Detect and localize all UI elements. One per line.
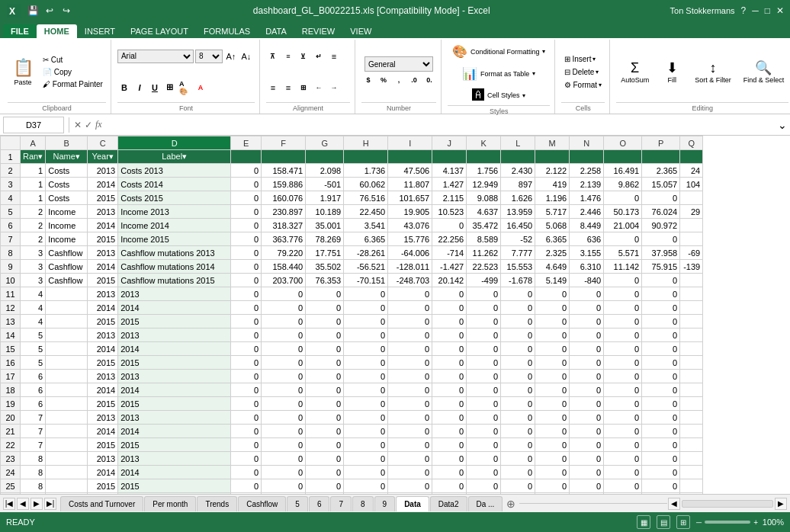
table-cell[interactable]: 0	[604, 287, 642, 301]
table-cell[interactable]: 2014	[118, 425, 231, 438]
table-cell[interactable]: 0	[570, 411, 604, 425]
table-cell[interactable]	[46, 425, 88, 438]
table-cell[interactable]: 6	[21, 383, 46, 397]
table-cell[interactable]: 5.068	[535, 219, 570, 232]
table-cell[interactable]: 0	[467, 466, 501, 479]
table-cell[interactable]: 8.449	[570, 219, 604, 232]
table-cell[interactable]: 2015	[118, 315, 231, 328]
tab-formulas[interactable]: FORMULAS	[196, 24, 258, 38]
table-cell[interactable]: -840	[570, 274, 604, 287]
table-cell[interactable]: 13.959	[501, 205, 535, 219]
table-cell[interactable]: 0	[262, 370, 306, 383]
table-cell[interactable]: 2014	[118, 383, 231, 397]
table-cell[interactable]	[46, 383, 88, 397]
table-cell[interactable]: 0	[231, 191, 262, 205]
table-cell[interactable]: 0	[231, 232, 262, 246]
table-cell[interactable]: 203.700	[262, 274, 306, 287]
table-cell[interactable]: 0	[344, 493, 388, 495]
table-cell[interactable]: 0	[231, 411, 262, 425]
table-cell[interactable]: 0	[344, 383, 388, 397]
table-cell[interactable]: 4.637	[467, 205, 501, 219]
tab-page-layout[interactable]: PAGE LAYOUT	[123, 24, 196, 38]
table-cell[interactable]: 0	[570, 328, 604, 342]
table-cell[interactable]: 158.471	[262, 164, 306, 178]
table-cell[interactable]: 0	[535, 301, 570, 315]
table-cell[interactable]: 0	[642, 411, 680, 425]
table-cell[interactable]: 1.626	[501, 191, 535, 205]
table-cell[interactable]: 0	[432, 370, 467, 383]
table-cell[interactable]: 25	[1, 479, 21, 493]
table-cell[interactable]: 0	[231, 287, 262, 301]
table-cell[interactable]: 2015	[118, 356, 231, 370]
table-cell[interactable]	[46, 438, 88, 452]
sheet-tab-7[interactable]: 7	[330, 496, 352, 511]
table-cell[interactable]: 158.440	[262, 260, 306, 274]
italic-btn[interactable]: I	[133, 81, 146, 95]
table-cell[interactable]: 0	[604, 370, 642, 383]
scroll-right-btn[interactable]: ▶	[775, 498, 787, 510]
table-cell[interactable]	[46, 452, 88, 466]
table-cell[interactable]	[680, 315, 703, 328]
table-cell[interactable]: 0	[535, 452, 570, 466]
table-cell[interactable]: 0	[604, 466, 642, 479]
table-cell[interactable]: 2015	[118, 397, 231, 411]
table-cell[interactable]: 0	[432, 397, 467, 411]
table-cell[interactable]: 0	[262, 356, 306, 370]
table-cell[interactable]: 2014	[88, 178, 118, 191]
grid-wrapper[interactable]: A B C D E F G H I J K L M N O P Q	[0, 136, 790, 494]
col-header-f[interactable]: F	[262, 136, 306, 150]
table-cell[interactable]: 0	[306, 466, 344, 479]
table-cell[interactable]: 6.310	[570, 260, 604, 274]
table-cell[interactable]: 0	[432, 479, 467, 493]
sheet-tab-cashflow[interactable]: Cashflow	[238, 496, 286, 511]
table-cell[interactable]	[46, 411, 88, 425]
table-cell[interactable]	[46, 315, 88, 328]
sheet-tab-5[interactable]: 5	[287, 496, 308, 511]
table-cell[interactable]: Income	[46, 232, 88, 246]
sort-filter-btn[interactable]: ↕ Sort & Filter	[690, 57, 736, 87]
table-cell[interactable]: 0	[306, 301, 344, 315]
table-cell[interactable]: 22.523	[467, 260, 501, 274]
table-cell[interactable]: 2015	[118, 438, 231, 452]
add-sheet-btn[interactable]: ⊕	[503, 496, 519, 511]
table-cell[interactable]: 104	[680, 178, 703, 191]
table-cell[interactable]: 0	[306, 411, 344, 425]
font-color-btn[interactable]: A	[194, 81, 207, 95]
table-cell[interactable]: 22.256	[432, 232, 467, 246]
table-cell[interactable]: 0	[388, 370, 432, 383]
font-name-select[interactable]: Arial	[117, 50, 194, 63]
table-cell[interactable]: 0	[604, 342, 642, 356]
th-e[interactable]	[231, 150, 262, 164]
table-cell[interactable]: 76.353	[306, 274, 344, 287]
table-cell[interactable]: 2.446	[570, 205, 604, 219]
increase-decimal-btn[interactable]: .0	[407, 73, 421, 87]
table-cell[interactable]: 20	[1, 411, 21, 425]
comma-btn[interactable]: ,	[392, 73, 406, 87]
delete-cells-btn[interactable]: ⊟ Delete ▾	[561, 66, 605, 78]
table-cell[interactable]: 0	[231, 397, 262, 411]
table-cell[interactable]: 0	[501, 370, 535, 383]
th-b[interactable]: Name▾	[46, 150, 88, 164]
table-cell[interactable]: 21	[1, 425, 21, 438]
table-cell[interactable]: 6	[1, 219, 21, 232]
page-break-view-btn[interactable]: ⊞	[676, 515, 690, 529]
formula-input[interactable]	[105, 117, 775, 133]
table-cell[interactable]: 0	[535, 370, 570, 383]
table-cell[interactable]: 37.958	[642, 246, 680, 260]
scroll-last-tab-btn[interactable]: ▶|	[44, 498, 56, 510]
table-cell[interactable]: 2013	[88, 164, 118, 178]
sheet-tab-data2[interactable]: Data2	[430, 496, 467, 511]
table-cell[interactable]: 0	[535, 342, 570, 356]
table-cell[interactable]: 0	[467, 370, 501, 383]
table-cell[interactable]: 18	[1, 383, 21, 397]
table-cell[interactable]: 9	[1, 260, 21, 274]
table-cell[interactable]: 2.430	[501, 164, 535, 178]
th-j[interactable]	[432, 150, 467, 164]
table-cell[interactable]: 0	[570, 287, 604, 301]
table-cell[interactable]: 0	[231, 315, 262, 328]
table-cell[interactable]: 2.139	[570, 178, 604, 191]
table-cell[interactable]: 0	[642, 452, 680, 466]
table-cell[interactable]: 2014	[88, 301, 118, 315]
table-cell[interactable]: 0	[231, 178, 262, 191]
table-cell[interactable]: 0	[467, 342, 501, 356]
